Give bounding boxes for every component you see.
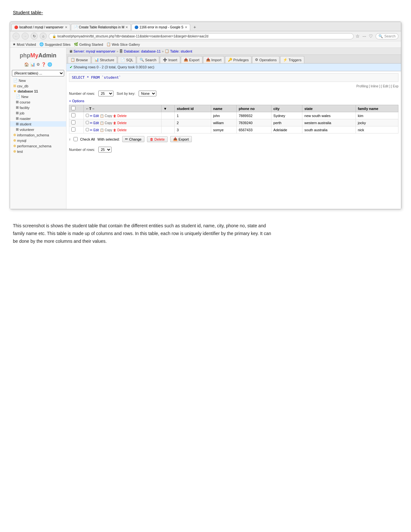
edit-link-2[interactable]: ✏ Edit xyxy=(90,128,99,132)
breadcrumb-server[interactable]: Server: mysql wampserver xyxy=(73,49,115,53)
row-delete-link-2[interactable]: 🗑 Delete xyxy=(113,128,127,132)
breadcrumb-database[interactable]: Database: database-11 xyxy=(124,49,161,53)
address-bar[interactable]: 🔒 localhost/phpmyadmin/tbl_structure.php… xyxy=(49,33,354,39)
tree-item-roaster[interactable]: ⊞ roaster xyxy=(10,116,66,121)
tab3-close[interactable]: ✕ xyxy=(185,25,187,29)
tree-label: test xyxy=(17,150,23,153)
col-name[interactable]: name xyxy=(211,105,237,112)
tab-export[interactable]: 📤 Export xyxy=(181,56,202,63)
heart-icon[interactable]: ♡ xyxy=(369,34,373,39)
tree-item-csv-db[interactable]: ⊞ csv_db xyxy=(10,83,66,89)
back-button[interactable]: ← xyxy=(13,33,20,40)
options-row[interactable]: + Options xyxy=(66,98,401,105)
new-tab-button[interactable]: + xyxy=(191,23,199,31)
row-city-0: Sydney xyxy=(271,112,302,119)
row-checkbox-2[interactable] xyxy=(69,126,84,133)
pma-breadcrumb: 🖥 Server: mysql wampserver » 🗄 Database:… xyxy=(66,48,401,55)
sort-by-select[interactable]: None xyxy=(139,91,156,96)
tree-item-facility[interactable]: ⊞ facility xyxy=(10,105,66,110)
home-button[interactable]: ⌂ xyxy=(40,33,47,40)
row-delete-link-1[interactable]: 🗑 Delete xyxy=(113,121,127,125)
profiling-link[interactable]: Profiling [ Inline ] [ Edit ] [ Exp xyxy=(66,84,401,89)
tab-insert[interactable]: ➕ Insert xyxy=(160,56,180,63)
col-city[interactable]: city xyxy=(271,105,302,112)
tab-privileges[interactable]: 🔑 Privileges xyxy=(225,56,252,63)
change-button[interactable]: ✏ Change xyxy=(122,136,144,142)
logo-php: php xyxy=(20,52,30,59)
row-sort-1 xyxy=(161,119,175,126)
edit-link-1[interactable]: ✏ Edit xyxy=(90,121,99,125)
bookmark-most-visited[interactable]: ★ Most Visited xyxy=(13,42,36,46)
export-button[interactable]: 📤 Export xyxy=(170,136,192,142)
check-all-checkbox[interactable] xyxy=(73,137,78,141)
col-state[interactable]: state xyxy=(302,105,356,112)
num-rows-bottom-select[interactable]: 25 xyxy=(98,147,112,153)
tree-item-job[interactable]: ⊞ job xyxy=(10,110,66,116)
tab-import-label: Import xyxy=(211,58,221,62)
web-slice-icon: 📋 xyxy=(106,42,111,46)
tab-sql[interactable]: 📄 SQL xyxy=(118,56,136,63)
import-icon: 📥 xyxy=(206,58,210,62)
tree-item-test[interactable]: ⊕ test xyxy=(10,149,66,154)
row-checkbox-0[interactable] xyxy=(69,112,84,119)
browser-tab-1[interactable]: 🔴 localhost / mysql / wampserver ✕ xyxy=(11,24,70,30)
tree-item-new-top[interactable]: 📄 New xyxy=(10,78,66,83)
tab-structure[interactable]: 📊 Structure xyxy=(92,56,117,63)
with-selected-label: With selected: xyxy=(97,137,120,141)
tree-item-performance-schema[interactable]: ⊕ performance_schema xyxy=(10,143,66,149)
bookmark-suggested-sites[interactable]: 🌐 Suggested Sites xyxy=(39,42,71,46)
row-name-0: john xyxy=(211,112,237,119)
tree-item-course[interactable]: ⊞ course xyxy=(10,99,66,105)
tab-import[interactable]: 📥 Import xyxy=(203,56,224,63)
tab-search[interactable]: 🔍 Search xyxy=(137,56,159,63)
delete-button[interactable]: 🗑 Delete xyxy=(147,136,168,142)
col-family-name[interactable]: family name xyxy=(356,105,398,112)
col-student-id[interactable]: student id xyxy=(175,105,211,112)
row-delete-link-0[interactable]: 🗑 Delete xyxy=(113,114,127,118)
tab2-close[interactable]: ✕ xyxy=(125,25,128,29)
tab-triggers[interactable]: ⚡ Triggers xyxy=(280,56,304,63)
row-checkbox-1[interactable] xyxy=(69,119,84,126)
tab1-close[interactable]: ✕ xyxy=(65,25,67,29)
tab-browse-label: Browse xyxy=(76,58,88,62)
db-icon: ⊕ xyxy=(13,133,16,137)
tree-item-information-schema[interactable]: ⊕ information_schema xyxy=(10,132,66,138)
browser-tab-2[interactable]: 📄 Create Table Relationships in M ✕ xyxy=(71,24,131,30)
delete-icon: 🗑 xyxy=(150,137,153,141)
table-row: ✏ Edit 📋 Copy 🗑 Delete 1 john 7889932 Sy… xyxy=(69,112,398,119)
copy-link-0[interactable]: 📋 Copy xyxy=(100,114,112,118)
tab2-icon: 📄 xyxy=(74,25,78,29)
col-checkbox[interactable] xyxy=(69,105,84,112)
bookmark-getting-started[interactable]: 🌿 Getting Started xyxy=(74,42,103,46)
tree-item-new-db11[interactable]: 📄 New xyxy=(10,94,66,99)
tree-item-volunteer[interactable]: ⊞ volunteer xyxy=(10,127,66,132)
browser-search-box[interactable]: 🔍 Search xyxy=(376,33,398,39)
tab-operations[interactable]: ⚙ Operations xyxy=(252,56,279,63)
breadcrumb-table[interactable]: Table: student xyxy=(170,49,192,53)
tree-item-mysql[interactable]: ⊕ mysql xyxy=(10,138,66,143)
col-phone-no[interactable]: phone no xyxy=(237,105,271,112)
recent-tables-select[interactable]: (Recent tables) ... xyxy=(12,70,64,76)
db-icon: ⊕ xyxy=(13,144,16,148)
menu-icon[interactable]: ··· xyxy=(362,34,366,39)
bookmark-icon[interactable]: ☆ xyxy=(356,34,360,39)
copy-link-2[interactable]: 📋 Copy xyxy=(100,128,112,132)
num-rows-select[interactable]: 25 50 100 xyxy=(98,91,113,96)
browser-tab-3[interactable]: 🔵 1166 error in mysql - Google S ✕ xyxy=(132,24,190,31)
search-icon: 🔍 xyxy=(140,58,144,62)
copy-link-1[interactable]: 📋 Copy xyxy=(100,121,112,125)
bookmark-web-slice[interactable]: 📋 Web Slice Gallery xyxy=(106,42,140,46)
tab-browse[interactable]: 📋 Browse xyxy=(68,56,91,63)
select-all-checkbox[interactable] xyxy=(71,106,75,110)
db-icon: ⊕ xyxy=(13,138,16,143)
most-visited-icon: ★ xyxy=(13,42,16,46)
sort-by-label: Sort by key: xyxy=(117,92,135,95)
col-sort[interactable]: ▼ xyxy=(161,105,175,112)
forward-button[interactable]: → xyxy=(22,33,29,40)
db-icon: ⊞ xyxy=(13,84,16,88)
edit-link-0[interactable]: ✏ Edit xyxy=(90,114,99,118)
tree-item-student[interactable]: ⊞ student xyxy=(10,121,66,127)
tree-item-database11[interactable]: ▼ database 11 xyxy=(10,89,66,94)
pma-logo: phpMyAdmin xyxy=(10,50,66,62)
reload-button[interactable]: ↻ xyxy=(31,33,38,40)
